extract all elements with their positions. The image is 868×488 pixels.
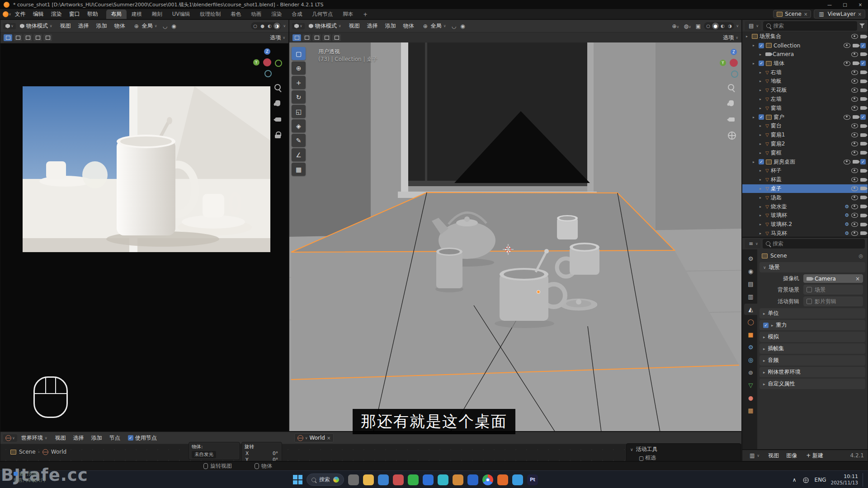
properties-tab-world[interactable]: ◯: [744, 316, 757, 328]
workspace-tab-合成[interactable]: 合成: [287, 9, 307, 19]
tray-expand-icon[interactable]: ∧: [793, 477, 797, 483]
properties-tab-scene[interactable]: ◭: [744, 304, 757, 315]
menu-物体[interactable]: 物体: [400, 22, 418, 30]
outliner-row-玻璃杯.2[interactable]: ▸▽玻璃杯.2⚙: [742, 220, 868, 229]
show-gizmo-icon[interactable]: ⊕∨: [671, 23, 681, 30]
rotate-axis-Y[interactable]: Y0°: [245, 456, 279, 461]
render-visibility-icon[interactable]: [860, 169, 866, 173]
editor-type-button[interactable]: ▤∨: [745, 21, 761, 30]
section-单位[interactable]: ▸单位: [760, 308, 865, 319]
rotate-redo-panel[interactable]: 旋转 X0°Y0°Z-17.2°: [241, 442, 282, 461]
select-mode-extend[interactable]: [302, 34, 311, 41]
expand-icon[interactable]: ▸: [760, 231, 764, 235]
expand-icon[interactable]: ▸: [760, 178, 764, 182]
menu-添加[interactable]: 添加: [382, 22, 400, 30]
show-desktop-button[interactable]: [863, 473, 864, 487]
render-visibility-icon[interactable]: [860, 151, 866, 155]
shader-type-dropdown[interactable]: 世界环境∨: [19, 433, 50, 443]
hide-eye-icon[interactable]: [844, 160, 850, 164]
outliner-row-天花板[interactable]: ▸▽天花板: [742, 86, 868, 95]
render-visibility-icon[interactable]: [860, 178, 866, 182]
hide-eye-icon[interactable]: [851, 34, 858, 39]
menu-视图[interactable]: 视图: [57, 22, 75, 30]
outliner-row-窗扇1[interactable]: ▸▽窗扇1: [742, 131, 868, 140]
workspace-tab-动画[interactable]: 动画: [246, 9, 266, 19]
tool-add-cube[interactable]: ▦: [292, 163, 306, 176]
options-dropdown[interactable]: 选项∨: [723, 34, 738, 42]
tool-box-select[interactable]: ▢: [292, 47, 306, 60]
workspace-tab-UV编辑[interactable]: UV编辑: [167, 9, 195, 19]
camera-view-icon[interactable]: [727, 115, 736, 124]
workspace-tab-几何节点[interactable]: 几何节点: [307, 9, 338, 19]
scene-selector[interactable]: Scene ×: [773, 10, 811, 18]
expand-icon[interactable]: ▸: [753, 61, 757, 66]
unlink-icon[interactable]: ×: [327, 436, 330, 441]
background-scene-field[interactable]: 场景: [803, 285, 863, 295]
proportional-edit-icon[interactable]: ◉: [170, 23, 177, 30]
properties-tab-render[interactable]: ◉: [744, 266, 757, 277]
use-nodes-toggle[interactable]: ✓使用节点: [125, 433, 160, 443]
properties-tab-tool[interactable]: ⚙: [744, 253, 757, 264]
clear-icon[interactable]: ×: [855, 276, 860, 282]
3d-scene[interactable]: [289, 42, 742, 432]
expand-icon[interactable]: ▸: [760, 133, 764, 137]
properties-tab-physics[interactable]: ◎: [744, 354, 757, 366]
hide-eye-icon[interactable]: [851, 106, 858, 111]
taskbar-icon-app-gold[interactable]: [453, 474, 463, 485]
taskbar-icon-wechat[interactable]: [408, 474, 419, 485]
exclude-checkbox[interactable]: ✓: [860, 61, 866, 66]
hide-eye-icon[interactable]: [851, 52, 858, 57]
properties-tab-modifiers[interactable]: ⚙: [744, 342, 757, 353]
properties-tab-object-data[interactable]: ▽: [744, 380, 757, 391]
menu-编辑[interactable]: 编辑: [29, 10, 47, 18]
menu-帮助[interactable]: 帮助: [84, 10, 102, 18]
expand-icon[interactable]: ▸: [760, 52, 764, 56]
zoom-icon[interactable]: [727, 83, 736, 92]
outliner-row-地板[interactable]: ▸▽地板: [742, 77, 868, 86]
properties-tab-output[interactable]: ▤: [744, 278, 757, 290]
collection-checkbox[interactable]: ✓: [759, 159, 764, 164]
workspace-tab-纹理绘制[interactable]: 纹理绘制: [195, 9, 226, 19]
menu-文件[interactable]: 文件: [11, 10, 29, 18]
pan-hand-icon[interactable]: [727, 99, 736, 108]
select-mode-invert[interactable]: [322, 34, 331, 41]
gravity-checkbox[interactable]: ✓: [763, 323, 769, 328]
taskbar-icon-app-red[interactable]: [393, 474, 404, 485]
expand-icon[interactable]: ▸: [760, 187, 764, 191]
tool-rotate[interactable]: ↻: [292, 90, 306, 103]
filter-icon[interactable]: [859, 23, 865, 28]
workspace-tab-脚本[interactable]: 脚本: [338, 9, 358, 19]
select-mode-intersect[interactable]: [332, 34, 341, 41]
outliner-row-左墙[interactable]: ▸▽左墙: [742, 95, 868, 104]
section-模拟[interactable]: ▸模拟: [760, 332, 865, 342]
outliner-row-Camera[interactable]: ▸Camera: [742, 50, 868, 59]
rotate-axis-X[interactable]: X0°: [245, 450, 279, 456]
section-音频[interactable]: ▸音频: [760, 355, 865, 366]
render-visibility-icon[interactable]: [860, 196, 866, 199]
outliner-row-厨房桌面[interactable]: ▸✓厨房桌面✓: [742, 157, 868, 166]
taskbar-icon-app-blue[interactable]: [378, 474, 389, 485]
menu-添加[interactable]: 添加: [88, 434, 106, 442]
render-visibility-icon[interactable]: [860, 35, 866, 38]
menu-视图[interactable]: 视图: [345, 22, 363, 30]
expand-icon[interactable]: ▸: [760, 88, 764, 92]
hide-eye-icon[interactable]: [851, 97, 858, 102]
hide-eye-icon[interactable]: [851, 213, 858, 218]
hide-eye-icon[interactable]: [851, 222, 858, 227]
select-mode-new[interactable]: [4, 34, 12, 41]
menu-选择[interactable]: 选择: [75, 22, 93, 30]
section-scene[interactable]: ∨场景: [760, 262, 865, 272]
object-panel-value[interactable]: 未自发光: [192, 451, 216, 458]
lock-view-icon[interactable]: [274, 131, 283, 140]
wireframe-shading-icon[interactable]: ○: [705, 23, 712, 29]
rendered-shading-icon[interactable]: ◑: [274, 23, 280, 29]
hide-eye-icon[interactable]: [851, 168, 858, 173]
editor-type-button[interactable]: ≡∨: [745, 239, 760, 248]
select-mode-subtract[interactable]: [24, 34, 32, 41]
expand-icon[interactable]: ▸: [753, 160, 757, 164]
wireframe-shading-icon[interactable]: ○: [252, 23, 259, 29]
menu-视图[interactable]: 视图: [764, 451, 783, 460]
zoom-icon[interactable]: [274, 83, 283, 92]
outliner-row-窗户[interactable]: ▸✓窗户✓: [742, 113, 868, 122]
new-image-button[interactable]: + 新建: [803, 451, 826, 460]
